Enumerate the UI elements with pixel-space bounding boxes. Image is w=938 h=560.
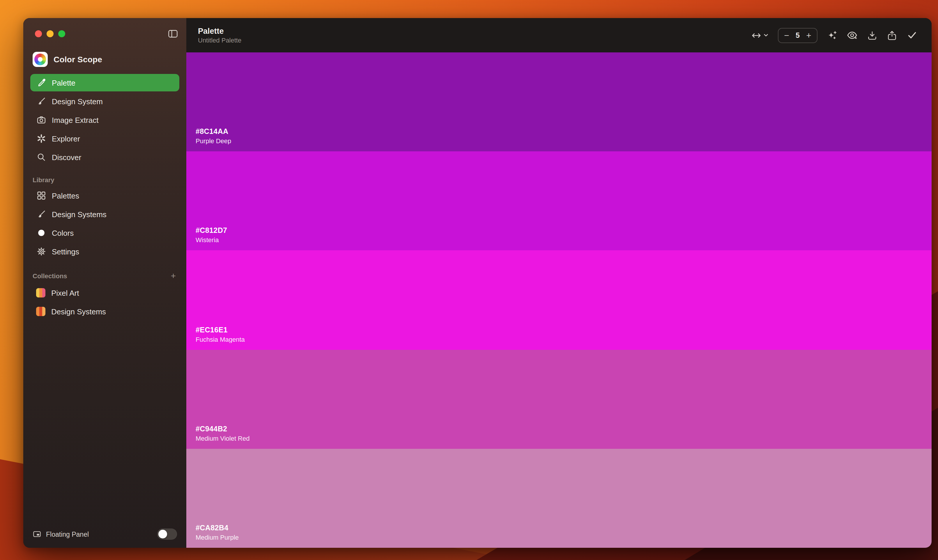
swatch-name: Wisteria [196, 237, 227, 244]
collection-item-pixel-art[interactable]: Pixel Art [30, 284, 179, 302]
collection-item-design-systems[interactable]: Design Systems [30, 303, 179, 320]
swatch-name: Medium Purple [196, 534, 239, 541]
preview-button[interactable] [847, 30, 858, 41]
swatch-label: #C944B2 Medium Violet Red [196, 425, 250, 442]
arrows-horizontal-icon [751, 30, 762, 40]
sidebar-item-colors[interactable]: Colors [30, 224, 179, 242]
page-title: Palette [198, 27, 241, 35]
sidebar-toggle-button[interactable] [168, 29, 178, 39]
window-controls [35, 30, 65, 37]
swatch-hex: #C812D7 [196, 227, 227, 235]
swatch-label: #C812D7 Wisteria [196, 227, 227, 244]
sidebar-nav: Palette Design System [23, 74, 186, 166]
floating-panel-toggle[interactable] [157, 529, 177, 540]
color-scope-window: Color Scope Palette [23, 18, 932, 548]
swatch-name: Medium Violet Red [196, 435, 250, 442]
sidebar-footer: Floating Panel [23, 520, 186, 548]
gear-icon [36, 246, 46, 257]
sidebar-item-label: Palettes [52, 191, 79, 200]
sidebar-item-image-extract[interactable]: Image Extract [30, 111, 179, 129]
sidebar: Color Scope Palette [23, 18, 186, 548]
circle-icon [36, 228, 46, 238]
screen: Color Scope Palette [0, 0, 938, 560]
grid-icon [36, 191, 46, 200]
floating-panel-label: Floating Panel [46, 531, 89, 538]
swatch-label: #8C14AA Purple Deep [196, 128, 231, 145]
swatch-label: #CA82B4 Medium Purple [196, 524, 239, 541]
palette-swatches: #8C14AA Purple Deep #C812D7 Wisteria #EC… [186, 52, 932, 548]
main-content: Palette Untitled Palette − 5 [186, 18, 932, 548]
camera-icon [36, 115, 46, 125]
library-section-header: Library [32, 176, 177, 183]
remove-color-button[interactable]: − [779, 28, 793, 42]
sidebar-item-label: Design Systems [52, 210, 106, 218]
swatch-row[interactable]: #CA82B4 Medium Purple [186, 449, 932, 548]
sidebar-item-palette[interactable]: Palette [30, 74, 179, 91]
collections-section-header: Collections + [32, 271, 177, 281]
sidebar-item-label: Image Extract [52, 115, 99, 124]
app-header: Color Scope [23, 49, 186, 74]
sidebar-item-settings[interactable]: Settings [30, 243, 179, 260]
import-button[interactable] [867, 30, 878, 40]
collections-nav: Pixel Art Design Systems [23, 284, 186, 320]
library-nav: Palettes Design Systems Colors [23, 187, 186, 260]
collection-swatch-icon [36, 307, 45, 316]
eye-icon [847, 30, 858, 41]
close-button[interactable] [35, 30, 42, 37]
swatch-row[interactable]: #C944B2 Medium Violet Red [186, 349, 932, 449]
toggle-knob [159, 530, 167, 538]
add-color-button[interactable]: + [802, 28, 816, 42]
floating-panel-icon [32, 530, 42, 538]
swatch-hex: #8C14AA [196, 128, 231, 135]
swatch-row[interactable]: #C812D7 Wisteria [186, 151, 932, 250]
sidebar-item-design-system[interactable]: Design System [30, 92, 179, 110]
swatch-name: Fuchsia Magenta [196, 335, 245, 343]
chevron-down-icon [763, 32, 769, 38]
flower-icon [36, 134, 46, 143]
checkmark-icon [907, 30, 918, 41]
sidebar-item-label: Colors [52, 228, 74, 237]
app-logo-icon [32, 52, 48, 67]
sidebar-toggle-icon [168, 29, 178, 39]
zoom-button[interactable] [58, 30, 65, 37]
confirm-button[interactable] [907, 30, 918, 41]
download-icon [867, 30, 878, 40]
add-collection-button[interactable]: + [171, 271, 176, 281]
swatch-label: #EC16E1 Fuchsia Magenta [196, 326, 245, 343]
swatch-count-value: 5 [793, 31, 802, 39]
collections-header-label: Collections [32, 272, 67, 279]
swatch-hex: #C944B2 [196, 425, 250, 433]
sidebar-item-label: Settings [52, 247, 79, 256]
toolbar: − 5 + [751, 28, 918, 43]
sidebar-item-label: Discover [52, 153, 81, 162]
swatch-row[interactable]: #8C14AA Purple Deep [186, 52, 932, 151]
ai-generate-button[interactable] [827, 30, 837, 40]
paintbrush-icon [36, 96, 46, 106]
magnifier-icon [36, 152, 46, 162]
swatch-count-stepper: − 5 + [778, 28, 818, 43]
collection-item-label: Design Systems [51, 307, 106, 316]
sidebar-item-discover[interactable]: Discover [30, 148, 179, 166]
title-block: Palette Untitled Palette [198, 27, 241, 44]
app-name: Color Scope [54, 55, 102, 64]
sidebar-item-palettes[interactable]: Palettes [30, 187, 179, 204]
paintbrush-icon [36, 209, 46, 219]
collection-item-label: Pixel Art [51, 288, 79, 297]
page-subtitle: Untitled Palette [198, 37, 241, 44]
share-button[interactable] [887, 30, 897, 40]
sidebar-item-design-systems[interactable]: Design Systems [30, 206, 179, 223]
swatch-name: Purple Deep [196, 137, 231, 145]
library-header-label: Library [32, 176, 54, 183]
swatch-hex: #EC16E1 [196, 326, 245, 334]
eyedropper-icon [36, 78, 46, 88]
main-header: Palette Untitled Palette − 5 [186, 18, 932, 52]
sidebar-item-label: Explorer [52, 134, 80, 143]
sidebar-item-label: Palette [52, 78, 75, 87]
share-icon [887, 30, 897, 40]
sidebar-item-explorer[interactable]: Explorer [30, 130, 179, 147]
sparkle-icon [827, 30, 837, 40]
fit-width-button[interactable] [751, 30, 769, 40]
minimize-button[interactable] [46, 30, 54, 37]
sidebar-titlebar [23, 18, 186, 49]
swatch-row[interactable]: #EC16E1 Fuchsia Magenta [186, 251, 932, 349]
